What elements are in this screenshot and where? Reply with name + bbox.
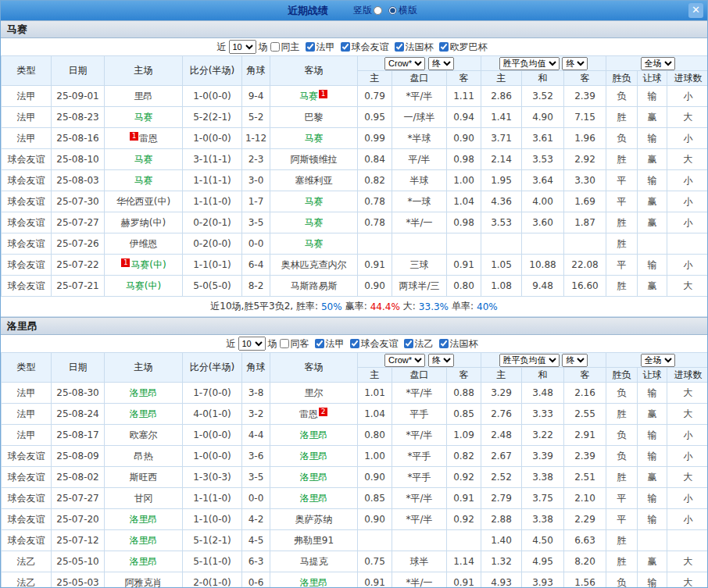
corner-cell: 3-8 — [242, 383, 270, 404]
scope-select[interactable]: 全场 — [641, 57, 675, 70]
away-team-cell: 里尔 — [270, 383, 358, 404]
score-cell: 1-0(0-0) — [183, 86, 242, 107]
filter-checkbox[interactable] — [270, 42, 280, 52]
team-name: 伊维恩 — [130, 238, 158, 249]
layout-horizontal-option[interactable]: 横版 — [388, 4, 417, 17]
col-avg-draw: 和 — [522, 368, 564, 383]
summary-part: 近10场,胜5平3负2, 胜率: — [210, 300, 318, 313]
home-team-cell: 赫罗纳(中) — [105, 212, 183, 233]
match-row: 法乙25-05-10洛里昂5-1(1-0)6-3马提克0.75球半1.141.3… — [2, 551, 708, 572]
filter-checkbox[interactable] — [341, 42, 350, 52]
filter-checkbox-option[interactable]: 法甲 — [306, 41, 335, 54]
handicap-result-cell: 输 — [638, 128, 667, 149]
avg-type-select[interactable]: 胜平负均值 — [499, 57, 560, 70]
scope-select[interactable]: 全场 — [641, 354, 675, 367]
match-date-cell: 25-05-10 — [52, 551, 105, 572]
avg-away-cell: 2.55 — [564, 404, 606, 425]
score-cell: 1-1(0-0) — [183, 509, 242, 530]
filter-checkbox[interactable] — [439, 339, 449, 348]
home-team-cell: 斯旺西 — [105, 467, 183, 488]
filter-checkbox-option[interactable]: 法乙 — [404, 337, 434, 351]
filter-checkbox-option[interactable]: 欧罗巴杯 — [439, 41, 488, 54]
avg-home-cell: 1.41 — [481, 107, 522, 128]
league-type-cell: 球会友谊 — [2, 446, 52, 467]
team-name: 巴黎 — [305, 112, 324, 123]
filter-checkbox[interactable] — [280, 339, 289, 348]
handicap-result-cell: 赢 — [638, 467, 667, 488]
score-cell: 1-1(1-0) — [183, 191, 242, 212]
filter-bar: 近 10 场 同主法甲球会友谊法国杯欧罗巴杯 — [1, 38, 707, 55]
layout-vertical-option[interactable]: 竖版 — [353, 4, 382, 17]
avg-type-select[interactable]: 胜平负均值 — [499, 354, 560, 367]
filter-checkbox[interactable] — [306, 42, 315, 52]
corner-cell: 3-5 — [242, 212, 270, 233]
home-odds-cell: 0.78 — [358, 191, 392, 212]
odds-company-select[interactable]: Crow* — [384, 57, 425, 70]
match-date-cell: 25-08-10 — [52, 149, 105, 170]
filter-checkbox-option[interactable]: 法国杯 — [395, 41, 434, 54]
avg-draw-cell: 10.88 — [522, 255, 564, 276]
col-date: 日期 — [52, 353, 105, 383]
away-team-cell: 马赛 — [270, 191, 358, 212]
goals-result-cell: 大 — [667, 551, 708, 572]
avg-final-select[interactable]: 终 — [562, 354, 588, 367]
filter-checkbox[interactable] — [439, 42, 449, 52]
away-odds-cell: 1.00 — [447, 170, 481, 191]
goals-result-cell — [667, 530, 708, 551]
filter-checkbox-label: 球会友谊 — [352, 41, 389, 54]
team-name: 洛里昂 — [130, 387, 158, 398]
result-cell: 胜 — [606, 467, 638, 488]
away-odds-cell: 0.91 — [447, 488, 481, 509]
match-count-select[interactable]: 10 — [238, 337, 266, 351]
away-team-cell: 雷恩2 — [270, 404, 358, 425]
avg-draw-cell: 3.38 — [522, 509, 564, 530]
odds-company-select[interactable]: Crow* — [384, 354, 425, 367]
home-team-cell: 里昂 — [105, 86, 183, 107]
handicap-result-cell: 输 — [638, 170, 667, 191]
filter-checkbox[interactable] — [315, 339, 324, 348]
filter-checkbox-option[interactable]: 法国杯 — [439, 337, 478, 351]
filter-checkbox-option[interactable]: 球会友谊 — [341, 41, 389, 54]
away-odds-cell — [447, 530, 481, 551]
avg-draw-cell: 3.61 — [522, 128, 564, 149]
odds-final-select[interactable]: 终 — [428, 354, 454, 367]
filter-checkbox[interactable] — [395, 42, 404, 52]
col-date: 日期 — [52, 56, 105, 86]
vertical-radio[interactable] — [374, 6, 382, 15]
home-odds-cell: 0.90 — [358, 276, 392, 297]
filter-checkbox-option[interactable]: 同主 — [270, 41, 300, 54]
avg-away-cell: 2.29 — [564, 509, 606, 530]
team-name: 洛里昂 — [130, 535, 158, 546]
filter-checkbox-option[interactable]: 同客 — [280, 337, 309, 351]
avg-away-cell: 8.20 — [564, 551, 606, 572]
match-row: 球会友谊25-07-21马赛(中)5-0(5-0)8-2马斯路易斯0.90两球半… — [2, 276, 708, 297]
avg-home-cell: 3.29 — [481, 383, 522, 404]
match-count-select[interactable]: 10 — [229, 40, 256, 54]
close-icon[interactable]: ✕ — [688, 3, 703, 18]
avg-away-cell: 1.56 — [564, 572, 606, 588]
score-cell: 5-0(5-0) — [183, 276, 242, 297]
odds-final-select[interactable]: 终 — [428, 57, 454, 70]
team-name: 马赛 — [299, 91, 318, 102]
avg-away-cell: 22.08 — [564, 255, 606, 276]
away-odds-cell: 0.88 — [447, 383, 481, 404]
match-row: 球会友谊25-08-03马赛1-1(1-1)3-0塞维利亚0.82半球1.001… — [2, 170, 708, 191]
away-team-cell: 巴黎 — [270, 107, 358, 128]
filter-checkbox-option[interactable]: 球会友谊 — [350, 337, 399, 351]
filter-checkbox[interactable] — [404, 339, 413, 348]
away-odds-cell: 0.92 — [447, 467, 481, 488]
scope-group-header: 全场 — [606, 56, 708, 71]
horizontal-radio[interactable] — [388, 6, 397, 15]
avg-home-cell: 2.76 — [481, 404, 522, 425]
corner-cell: 4-4 — [242, 425, 270, 446]
team-name: 马赛(中) — [126, 280, 161, 291]
filter-checkbox-option[interactable]: 法甲 — [315, 337, 345, 351]
team-name: 里尔 — [305, 387, 324, 398]
horizontal-label: 横版 — [399, 4, 417, 17]
games-label: 场 — [268, 337, 277, 351]
filter-checkbox[interactable] — [350, 339, 359, 348]
filter-checkbox-label: 法乙 — [415, 337, 434, 351]
goals-result-cell: 大 — [667, 467, 708, 488]
avg-final-select[interactable]: 终 — [562, 57, 588, 70]
col-type: 类型 — [2, 56, 52, 86]
